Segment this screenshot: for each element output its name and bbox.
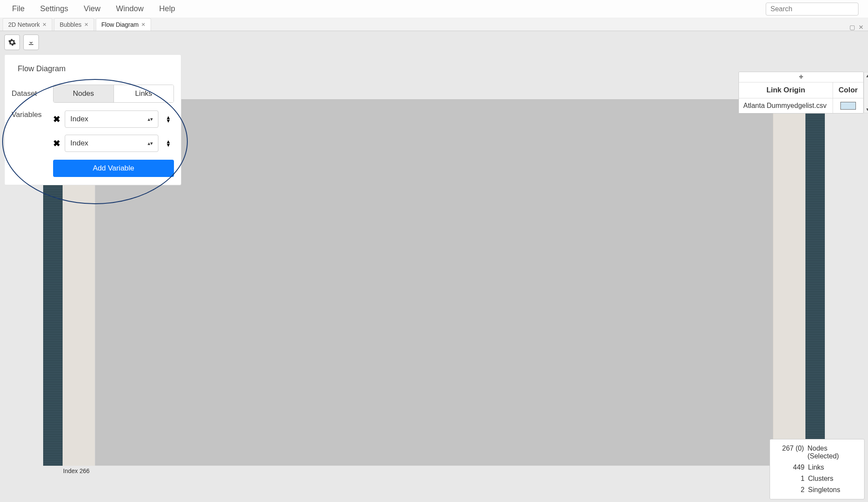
legend-scrollbar[interactable]: ▲ ▼ <box>864 72 868 113</box>
dataset-segmented: Nodes Links <box>53 85 174 103</box>
dataset-label: Dataset <box>12 89 49 98</box>
dataset-row: Dataset Nodes Links <box>12 85 174 103</box>
search-container <box>766 3 859 16</box>
variables-label: Variables <box>12 111 49 119</box>
stats-label: Links <box>808 464 824 471</box>
scroll-down-icon[interactable]: ▼ <box>865 107 868 112</box>
panel-title-tab[interactable]: Flow Diagram <box>12 61 72 77</box>
variable-row: ✖ Index ▴▾ ▲ ▼ <box>53 111 174 128</box>
variable-select[interactable]: Index ▴▾ <box>65 135 158 152</box>
tabstrip-controls: ▢ ✕ <box>849 24 864 31</box>
menu-help[interactable]: Help <box>152 1 183 17</box>
menubar: File Settings View Window Help <box>0 0 868 18</box>
close-workspace-icon[interactable]: ✕ <box>859 24 864 31</box>
sort-down-icon: ▼ <box>166 143 171 147</box>
caret-updown-icon: ▴▾ <box>148 140 153 146</box>
flow-right-label-strip <box>773 99 805 466</box>
stats-num: 2 <box>774 486 805 494</box>
scroll-up-icon[interactable]: ▲ <box>865 73 868 78</box>
caret-updown-icon: ▴▾ <box>148 116 153 122</box>
maximize-icon[interactable]: ▢ <box>849 24 855 31</box>
variable-select-value: Index <box>70 139 88 148</box>
menu-view[interactable]: View <box>76 1 108 17</box>
close-icon[interactable]: ✕ <box>141 22 145 28</box>
sort-down-icon: ▼ <box>166 119 171 123</box>
remove-variable-icon[interactable]: ✖ <box>53 114 60 124</box>
dataset-seg-nodes[interactable]: Nodes <box>54 85 114 102</box>
download-button[interactable] <box>23 35 39 50</box>
legend-color-cell <box>833 99 863 112</box>
menu-window[interactable]: Window <box>108 1 152 17</box>
legend-panel: Link Origin Color Atlanta Dummyedgelist.… <box>739 72 864 114</box>
tab-2d-network[interactable]: 2D Network ✕ <box>3 18 52 31</box>
tab-label: 2D Network <box>8 21 40 28</box>
add-variable-button[interactable]: Add Variable <box>53 160 174 177</box>
legend-row[interactable]: Atlanta Dummyedgelist.csv <box>739 98 863 113</box>
variable-row: ✖ Index ▴▾ ▲ ▼ <box>53 135 174 152</box>
config-panel: Flow Diagram Dataset Nodes Links Variabl… <box>4 54 181 185</box>
stats-row-clusters: 1 Clusters <box>774 473 860 484</box>
variables-list: ✖ Index ▴▾ ▲ ▼ ✖ Index ▴▾ <box>53 111 174 177</box>
stats-label: Nodes (Selected) <box>808 445 860 460</box>
flow-right-column <box>773 99 825 466</box>
flow-links-band <box>95 99 773 466</box>
legend-color-swatch[interactable] <box>840 102 856 110</box>
legend-header: Link Origin Color <box>739 82 863 98</box>
gear-icon <box>8 38 16 46</box>
variables-row: Variables ✖ Index ▴▾ ▲ ▼ ✖ Inde <box>12 111 174 177</box>
tab-bubbles[interactable]: Bubbles ✕ <box>54 18 94 31</box>
legend-header-origin[interactable]: Link Origin <box>739 82 833 98</box>
stats-num: 267 (0) <box>774 445 804 460</box>
menu-settings[interactable]: Settings <box>32 1 76 17</box>
stats-row-singletons: 2 Singletons <box>774 484 860 496</box>
stats-label: Singletons <box>808 486 840 494</box>
variable-sort-stepper[interactable]: ▲ ▼ <box>163 140 174 147</box>
variable-select[interactable]: Index ▴▾ <box>65 111 158 128</box>
legend-origin-cell: Atlanta Dummyedgelist.csv <box>739 98 833 113</box>
stats-row-nodes: 267 (0) Nodes (Selected) <box>774 443 860 462</box>
legend-drag-handle[interactable] <box>739 72 863 82</box>
remove-variable-icon[interactable]: ✖ <box>53 138 60 148</box>
stats-row-links: 449 Links <box>774 462 860 473</box>
close-icon[interactable]: ✕ <box>84 22 88 28</box>
settings-button[interactable] <box>4 35 20 50</box>
main-canvas-area: Flow Diagram Dataset Nodes Links Variabl… <box>0 31 868 502</box>
variable-sort-stepper[interactable]: ▲ ▼ <box>163 116 174 123</box>
move-icon <box>798 74 804 80</box>
dataset-seg-links[interactable]: Links <box>114 85 174 102</box>
stats-panel: 267 (0) Nodes (Selected) 449 Links 1 Clu… <box>770 439 865 499</box>
variable-select-value: Index <box>70 115 88 123</box>
mini-toolbar <box>4 35 39 50</box>
stats-num: 1 <box>774 475 805 483</box>
menu-file[interactable]: File <box>4 1 32 17</box>
download-icon <box>27 38 35 46</box>
stats-num: 449 <box>774 464 805 471</box>
tabstrip: 2D Network ✕ Bubbles ✕ Flow Diagram ✕ ▢ … <box>0 18 868 31</box>
stats-label: Clusters <box>808 475 833 483</box>
flow-right-dark-nodes <box>805 99 825 466</box>
search-input[interactable] <box>766 3 859 16</box>
tab-label: Flow Diagram <box>101 21 139 28</box>
flow-bottom-index-label: Index 266 <box>63 467 90 474</box>
close-icon[interactable]: ✕ <box>42 22 47 28</box>
tab-flow-diagram[interactable]: Flow Diagram ✕ <box>96 18 151 31</box>
legend-header-color[interactable]: Color <box>833 82 863 98</box>
tab-label: Bubbles <box>60 21 82 28</box>
